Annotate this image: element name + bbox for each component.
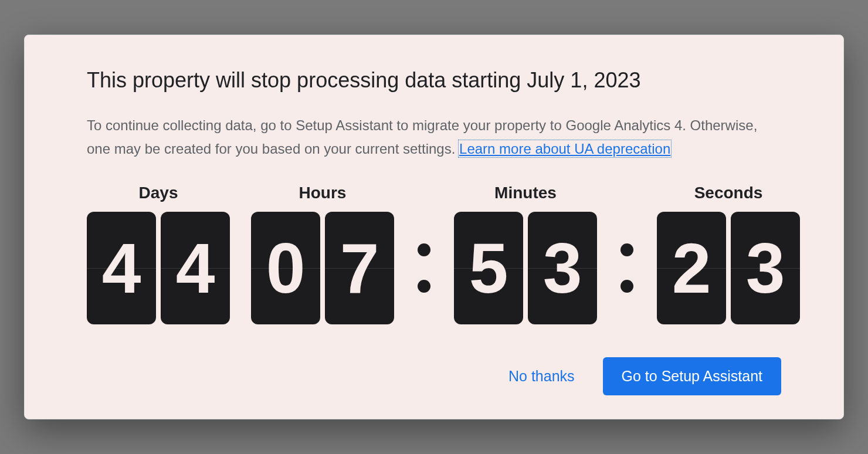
learn-more-link[interactable]: Learn more about UA deprecation xyxy=(459,141,670,157)
dialog-actions: No thanks Go to Setup Assistant xyxy=(62,357,806,395)
countdown-hours: Hours 0 7 xyxy=(251,184,394,324)
days-digit-2: 4 xyxy=(161,212,230,324)
colon-separator xyxy=(618,212,636,324)
seconds-digit-2: 3 xyxy=(731,212,800,324)
minutes-digit-2: 3 xyxy=(528,212,597,324)
hours-digit-2: 7 xyxy=(325,212,394,324)
minutes-label: Minutes xyxy=(494,184,557,202)
countdown-days: Days 4 4 xyxy=(87,184,230,324)
dialog-title: This property will stop processing data … xyxy=(62,68,806,93)
dialog-description: To continue collecting data, go to Setup… xyxy=(62,114,806,160)
seconds-digit-1: 2 xyxy=(657,212,726,324)
minutes-digit-1: 5 xyxy=(454,212,523,324)
days-label: Days xyxy=(139,184,178,202)
no-thanks-button[interactable]: No thanks xyxy=(497,361,586,392)
seconds-label: Seconds xyxy=(694,184,763,202)
deprecation-dialog: This property will stop processing data … xyxy=(24,35,844,419)
countdown-timer: Days 4 4 Hours 0 7 Minutes 5 3 xyxy=(62,184,806,324)
colon-separator xyxy=(415,212,433,324)
setup-assistant-button[interactable]: Go to Setup Assistant xyxy=(603,357,781,395)
countdown-seconds: Seconds 2 3 xyxy=(657,184,800,324)
days-digit-1: 4 xyxy=(87,212,156,324)
hours-label: Hours xyxy=(299,184,347,202)
countdown-minutes: Minutes 5 3 xyxy=(454,184,597,324)
hours-digit-1: 0 xyxy=(251,212,320,324)
